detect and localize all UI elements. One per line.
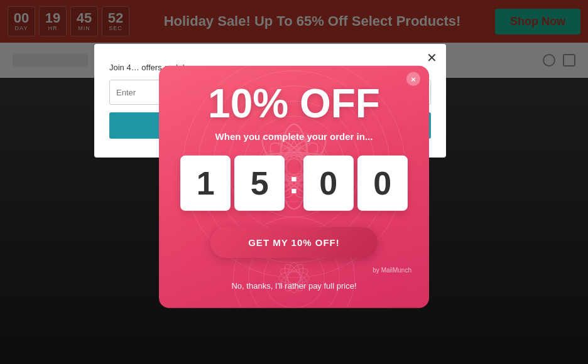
- timer-seconds-ones: 0: [357, 156, 408, 211]
- powered-by-label: by MailMunch: [373, 267, 411, 274]
- popup-timer: 1 5 : 0 0: [180, 156, 407, 211]
- timer-minutes-ones: 5: [234, 156, 285, 211]
- main-popup: × 10% OFF When you complete your order i…: [159, 66, 429, 308]
- cta-button[interactable]: GET MY 10% OFF!: [210, 227, 378, 258]
- popup-content: 10% OFF When you complete your order in.…: [159, 66, 429, 291]
- decline-link[interactable]: No, thanks, I'll rather pay full price!: [231, 281, 356, 291]
- timer-seconds-tens: 0: [303, 156, 354, 211]
- timer-colon: :: [288, 163, 299, 201]
- popup-close-button[interactable]: ×: [406, 72, 420, 86]
- discount-title: 10% OFF: [208, 83, 380, 124]
- timer-minutes-tens: 1: [180, 156, 231, 211]
- popup-subtitle: When you complete your order in...: [215, 131, 373, 142]
- sm-close-button[interactable]: ✕: [427, 50, 437, 65]
